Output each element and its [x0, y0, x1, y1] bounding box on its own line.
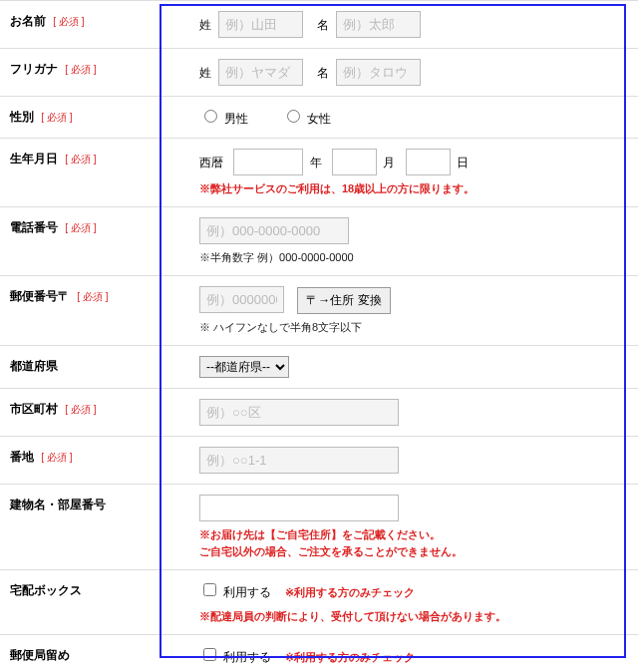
street-label: 番地 [10, 450, 34, 464]
deliverybox-label: 宅配ボックス [10, 583, 82, 597]
birth-day-input[interactable] [406, 149, 451, 175]
postoffice-option[interactable]: 利用する [199, 650, 275, 664]
surname-input[interactable] [218, 11, 303, 38]
required-badge: [ 必須 ] [53, 16, 84, 27]
building-warning-2: ご自宅以外の場合、ご注文を承ることができません。 [199, 544, 630, 559]
postoffice-hint: ※利用する方のみチェック [285, 651, 415, 663]
prefecture-label: 都道府県 [10, 359, 58, 373]
gender-female-text: 女性 [307, 112, 331, 126]
name-label: お名前 [10, 14, 46, 28]
postal-convert-button[interactable]: 〒→住所 変換 [297, 287, 390, 314]
gender-male-radio[interactable] [204, 110, 217, 123]
phone-note: ※半角数字 例）000-0000-0000 [199, 250, 630, 265]
month-unit: 月 [383, 155, 395, 171]
prefecture-select[interactable]: --都道府県-- [199, 356, 289, 378]
firstname-kana-input[interactable] [336, 59, 421, 86]
phone-label: 電話番号 [10, 220, 58, 234]
sei-label: 姓 [199, 17, 211, 34]
postoffice-checkbox[interactable] [203, 648, 216, 661]
building-input[interactable] [199, 495, 399, 521]
required-badge: [ 必須 ] [65, 404, 96, 415]
deliverybox-option[interactable]: 利用する [199, 585, 275, 599]
birth-month-input[interactable] [332, 149, 377, 175]
day-unit: 日 [457, 155, 469, 171]
required-badge: [ 必須 ] [77, 291, 108, 302]
kana-label: フリガナ [10, 62, 58, 76]
required-badge: [ 必須 ] [41, 112, 72, 123]
firstname-input[interactable] [336, 11, 421, 38]
birth-label: 生年月日 [10, 152, 58, 166]
deliverybox-hint: ※利用する方のみチェック [285, 586, 415, 598]
era-label: 西暦 [199, 155, 223, 171]
year-unit: 年 [310, 155, 322, 171]
postoffice-use-text: 利用する [223, 650, 271, 664]
gender-male-option[interactable]: 男性 [199, 112, 252, 126]
deliverybox-checkbox[interactable] [203, 583, 216, 596]
postal-note: ※ ハイフンなしで半角8文字以下 [199, 320, 630, 335]
city-label: 市区町村 [10, 402, 58, 416]
postal-label: 郵便番号〒 [10, 289, 70, 303]
mei-kana-label: 名 [317, 65, 329, 82]
gender-female-radio[interactable] [287, 110, 300, 123]
gender-male-text: 男性 [224, 112, 248, 126]
registration-form: お名前 [ 必須 ] 姓 名 フリガナ [ 必須 ] 姓 名 [0, 0, 638, 672]
gender-label: 性別 [10, 110, 34, 124]
deliverybox-warning: ※配達局員の判断により、受付して頂けない場合があります。 [199, 609, 630, 624]
birth-warning: ※弊社サービスのご利用は、18歳以上の方に限ります。 [199, 181, 630, 196]
city-input[interactable] [199, 399, 399, 426]
mei-label: 名 [317, 17, 329, 34]
required-badge: [ 必須 ] [65, 154, 96, 165]
gender-female-option[interactable]: 女性 [282, 112, 331, 126]
surname-kana-input[interactable] [218, 59, 303, 86]
street-input[interactable] [199, 447, 399, 474]
required-badge: [ 必須 ] [41, 452, 72, 463]
deliverybox-use-text: 利用する [223, 585, 271, 599]
postoffice-label: 郵便局留め [10, 648, 70, 662]
birth-year-input[interactable] [233, 149, 303, 175]
phone-input[interactable] [199, 217, 349, 244]
postal-input[interactable] [199, 286, 284, 313]
building-warning-1: ※お届け先は【ご自宅住所】をご記載ください。 [199, 527, 630, 542]
building-label: 建物名・部屋番号 [10, 498, 106, 511]
sei-kana-label: 姓 [199, 65, 211, 82]
required-badge: [ 必須 ] [65, 64, 96, 75]
required-badge: [ 必須 ] [65, 222, 96, 233]
